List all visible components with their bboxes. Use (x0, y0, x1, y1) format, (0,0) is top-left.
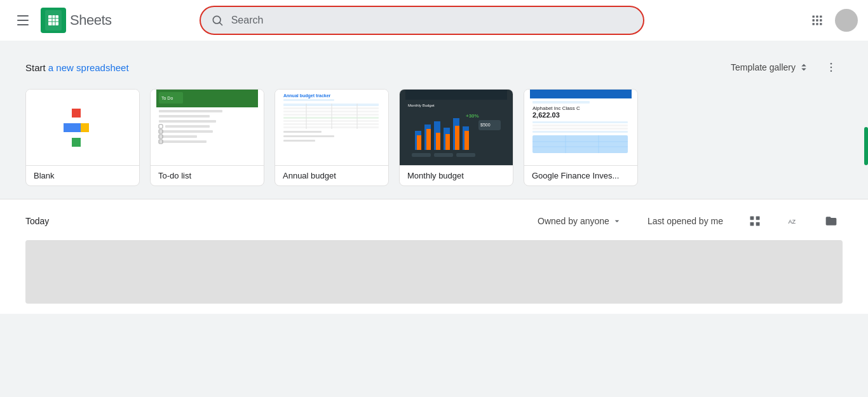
annual-preview: Annual budget tracker (275, 90, 388, 166)
svg-rect-31 (159, 110, 222, 112)
svg-rect-26 (72, 123, 81, 132)
recent-title: Today (25, 216, 49, 226)
app-logo[interactable]: Sheets (41, 8, 112, 33)
svg-text:2,622.03: 2,622.03 (532, 111, 560, 119)
svg-text:To Do: To Do (161, 96, 173, 100)
finance-preview: Alphabet Inc Class C 2,622.03 (524, 90, 637, 166)
search-box (200, 6, 644, 35)
svg-rect-95 (750, 217, 754, 220)
svg-line-7 (219, 23, 222, 25)
template-card-blank[interactable]: Blank (25, 89, 140, 186)
recent-content-area (25, 240, 843, 304)
start-label: Start a new spreadsheet (25, 62, 129, 73)
apps-grid-icon (811, 14, 824, 27)
hamburger-icon (17, 15, 29, 25)
sheets-logo-icon (41, 8, 66, 33)
blank-preview (26, 90, 139, 166)
svg-rect-52 (283, 123, 379, 125)
search-input[interactable] (231, 15, 633, 26)
search-container (200, 6, 644, 35)
svg-rect-88 (532, 128, 628, 130)
svg-rect-24 (64, 123, 72, 132)
svg-rect-54 (283, 131, 322, 133)
template-card-finance[interactable]: Alphabet Inc Class C 2,622.03 Google Fin… (524, 89, 638, 186)
search-icon (211, 14, 224, 27)
svg-rect-1 (48, 15, 58, 25)
svg-rect-23 (72, 138, 81, 147)
template-card-monthly[interactable]: Monthly Budget (399, 89, 513, 186)
svg-rect-90 (532, 135, 628, 153)
grid-view-button[interactable] (743, 210, 766, 232)
more-options-button[interactable] (820, 56, 843, 79)
svg-rect-34 (165, 125, 210, 128)
app-name-label: Sheets (70, 12, 112, 29)
svg-rect-8 (812, 16, 814, 18)
folder-button[interactable] (820, 210, 843, 232)
last-opened-button[interactable]: Last opened by me (642, 212, 728, 230)
monthly-preview: Monthly Budget (400, 90, 513, 166)
svg-rect-22 (72, 109, 81, 118)
last-opened-label: Last opened by me (648, 216, 723, 226)
app-header: Sheets (0, 0, 868, 41)
grid-view-icon (749, 215, 761, 227)
svg-rect-33 (159, 120, 216, 123)
sort-updown-icon (798, 62, 810, 73)
svg-rect-70 (426, 129, 431, 150)
svg-rect-16 (820, 23, 822, 25)
template-card-todo[interactable]: To Do To-do list (150, 89, 264, 186)
svg-rect-9 (816, 16, 818, 18)
svg-rect-44 (283, 99, 334, 101)
svg-rect-12 (816, 19, 818, 21)
svg-point-19 (831, 71, 832, 72)
template-gallery-button[interactable]: Template gallery (726, 58, 815, 77)
new-spreadsheet-link[interactable]: a new spreadsheet (48, 62, 129, 73)
svg-rect-46 (283, 104, 379, 106)
svg-rect-55 (283, 135, 334, 137)
svg-rect-75 (412, 153, 431, 157)
dropdown-arrow-icon (612, 216, 622, 226)
svg-rect-73 (455, 126, 459, 150)
blank-label: Blank (26, 166, 139, 185)
svg-rect-32 (159, 115, 210, 118)
more-vert-icon (825, 61, 837, 74)
svg-rect-53 (283, 126, 379, 128)
apps-grid-button[interactable] (804, 8, 830, 33)
scrollbar-accent[interactable] (864, 127, 868, 165)
svg-rect-47 (283, 107, 379, 109)
header-right (804, 8, 858, 33)
svg-rect-50 (283, 117, 379, 119)
recent-section: Today Owned by anyone Last opened by me … (0, 199, 868, 314)
template-cards-container: Blank To Do (25, 89, 843, 186)
svg-rect-87 (532, 124, 628, 126)
svg-point-17 (831, 63, 832, 65)
svg-point-18 (831, 67, 832, 69)
svg-rect-56 (283, 140, 315, 142)
svg-rect-37 (159, 140, 207, 143)
sort-az-icon: AZ (787, 215, 799, 227)
svg-rect-86 (532, 121, 628, 123)
svg-rect-83 (532, 101, 590, 104)
todo-label: To-do list (151, 166, 264, 185)
svg-rect-35 (159, 130, 213, 133)
finance-label: Google Finance Inves... (524, 166, 637, 185)
menu-button[interactable] (10, 8, 36, 33)
template-card-annual[interactable]: Annual budget tracker (275, 89, 389, 186)
user-avatar[interactable] (835, 9, 858, 32)
sort-button[interactable]: AZ (782, 210, 804, 232)
svg-rect-72 (445, 134, 450, 150)
svg-text:Annual budget tracker: Annual budget tracker (283, 93, 331, 98)
svg-rect-48 (283, 111, 379, 112)
svg-rect-77 (456, 153, 475, 157)
svg-rect-14 (812, 23, 814, 25)
todo-preview: To Do (151, 90, 264, 166)
owned-by-filter-button[interactable]: Owned by anyone (532, 212, 627, 230)
svg-text:Alphabet Inc Class C: Alphabet Inc Class C (532, 105, 580, 111)
folder-icon (825, 215, 837, 227)
svg-text:AZ: AZ (789, 219, 796, 225)
svg-rect-36 (159, 135, 197, 138)
template-gallery-label: Template gallery (731, 62, 796, 72)
svg-rect-69 (417, 135, 421, 150)
svg-rect-10 (820, 16, 822, 18)
svg-rect-98 (756, 222, 760, 226)
google-plus-icon (64, 109, 102, 147)
